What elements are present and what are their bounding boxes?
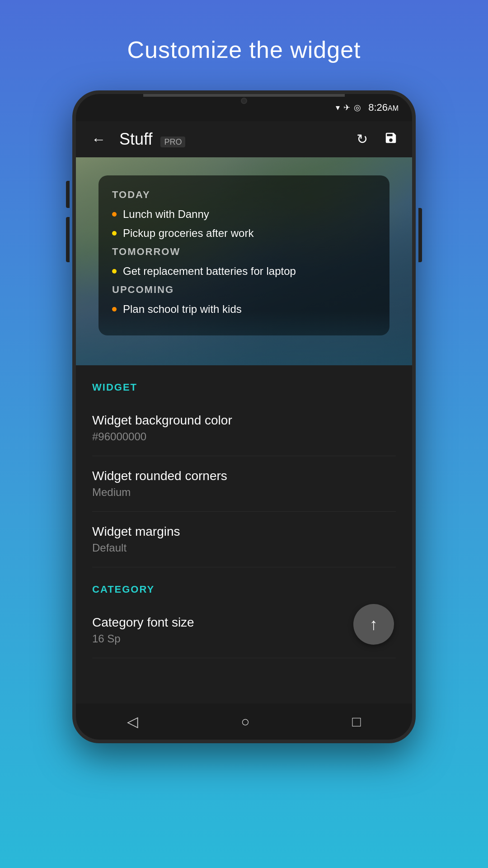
scroll-up-fab[interactable]: ↑	[353, 604, 394, 645]
alarm-icon: ◎	[354, 103, 361, 113]
task-dot-1	[112, 212, 117, 217]
status-icons: ▾ ✈ ◎ 8:26AM	[336, 102, 399, 113]
task-item-1: Lunch with Danny	[112, 208, 376, 221]
airplane-icon: ✈	[343, 103, 350, 113]
notch	[226, 94, 262, 108]
category-font-size-value: 16 Sp	[92, 632, 396, 645]
upcoming-label: UPCOMING	[112, 284, 376, 296]
settings-area: WIDGET Widget background color #96000000…	[76, 365, 412, 703]
status-time: 8:26AM	[368, 102, 399, 113]
widget-section-header: WIDGET	[92, 365, 396, 401]
camera	[241, 98, 247, 104]
task-dot-3	[112, 269, 117, 274]
category-font-size-item[interactable]: Category font size 16 Sp	[92, 603, 396, 658]
app-bar: ← Stuff PRO ↻	[76, 121, 412, 157]
nav-back-button[interactable]: ◁	[122, 708, 143, 735]
widget-bg-color-value: #96000000	[92, 430, 396, 443]
widget-margins-item[interactable]: Widget margins Default	[92, 512, 396, 567]
page-title: Customize the widget	[127, 36, 361, 63]
volume-button-1	[66, 181, 70, 208]
scroll-up-icon: ↑	[370, 615, 378, 634]
widget-margins-title: Widget margins	[92, 524, 396, 539]
category-section-header: CATEGORY	[92, 567, 396, 603]
widget-preview: TODAY Lunch with Danny Pickup groceries …	[76, 157, 412, 365]
nav-home-button[interactable]: ○	[236, 709, 254, 735]
volume-button-2	[66, 217, 70, 262]
widget-bg-color-item[interactable]: Widget background color #96000000	[92, 401, 396, 456]
nav-bar: ◁ ○ □	[76, 703, 412, 740]
power-button	[418, 208, 422, 262]
tomorrow-label: TOMORROW	[112, 246, 376, 258]
widget-corners-title: Widget rounded corners	[92, 469, 396, 483]
app-title: Stuff PRO	[119, 130, 344, 149]
save-button[interactable]	[380, 127, 401, 151]
widget-margins-value: Default	[92, 542, 396, 554]
widget-corners-value: Medium	[92, 486, 396, 499]
widget-corners-item[interactable]: Widget rounded corners Medium	[92, 456, 396, 512]
pro-badge: PRO	[160, 137, 185, 147]
category-font-size-title: Category font size	[92, 615, 396, 630]
status-bar: ▾ ✈ ◎ 8:26AM	[76, 94, 412, 121]
task-dot-2	[112, 231, 117, 236]
wifi-icon: ▾	[336, 103, 340, 113]
task-item-3: Get replacement batteries for laptop	[112, 265, 376, 278]
task-item-2: Pickup groceries after work	[112, 227, 376, 240]
back-button[interactable]: ←	[87, 127, 110, 152]
today-label: TODAY	[112, 189, 376, 201]
widget-bg-color-title: Widget background color	[92, 413, 396, 428]
app-bar-actions: ↻	[353, 127, 401, 151]
nav-recents-button[interactable]: □	[347, 709, 365, 735]
refresh-button[interactable]: ↻	[353, 127, 371, 151]
